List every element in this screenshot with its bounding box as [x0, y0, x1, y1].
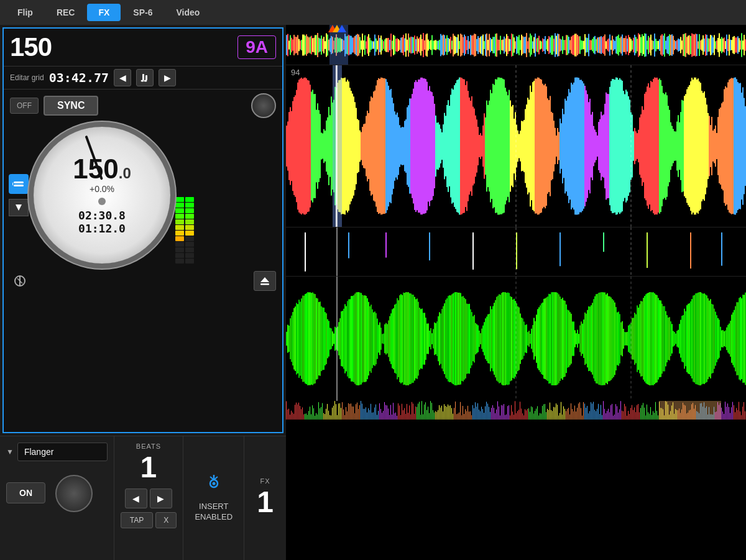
fx-insert-panel: INSERTENABLED — [183, 436, 244, 560]
svg-point-16 — [212, 482, 215, 485]
svg-marker-10 — [260, 277, 269, 282]
waveform-lower[interactable] — [286, 277, 746, 401]
sync-button[interactable]: SYNC — [44, 96, 98, 116]
waveform-cue[interactable] — [286, 227, 746, 277]
beats-next-button[interactable]: ▶ — [150, 489, 172, 508]
vu-segment — [175, 219, 184, 224]
tap-x-row: TAP X — [121, 512, 177, 528]
tab-video[interactable]: Video — [165, 4, 211, 21]
pitch-display: +0.0% — [73, 184, 131, 194]
vu-segment — [185, 214, 194, 219]
edit-grid-label: Editar grid — [10, 73, 44, 82]
insert-text: INSERTENABLED — [195, 502, 233, 523]
right-waveform-panel: 94 — [286, 25, 746, 560]
fx-name-row: ▼ Flanger — [6, 443, 108, 461]
svg-rect-5 — [14, 185, 24, 186]
fx-knob-area — [55, 475, 93, 512]
tab-rec[interactable]: REC — [45, 4, 86, 21]
vu-column — [175, 127, 184, 264]
tab-fx[interactable]: FX — [87, 4, 121, 21]
vu-segment — [175, 208, 184, 213]
waveform-main[interactable]: 94 — [286, 65, 746, 227]
tab-sp6[interactable]: SP-6 — [122, 4, 163, 21]
svg-point-3 — [144, 80, 147, 82]
beats-nav: ◀ ▶ — [121, 489, 177, 508]
fx-name-dropdown[interactable]: Flanger — [17, 443, 108, 461]
vu-meters — [175, 127, 194, 264]
turntable-inner: 150.0 +0.0% 02:30.8 01:12.0 — [73, 155, 131, 235]
key-display: 9A — [237, 35, 276, 59]
vu-segment — [175, 197, 184, 202]
deck-area: 150 9A Editar grid 03:42.77 ◀ ▶ — [2, 27, 283, 433]
svg-rect-4 — [14, 181, 24, 183]
svg-rect-11 — [260, 283, 269, 285]
scratch-icon[interactable] — [10, 271, 30, 291]
off-button[interactable]: OFF — [10, 98, 39, 114]
vu-segment — [185, 197, 194, 202]
bpm-display: 150 — [10, 32, 52, 62]
vu-segment — [185, 259, 194, 264]
vu-segment — [175, 242, 184, 247]
vu-segment — [175, 214, 184, 219]
vu-segment — [185, 225, 194, 230]
playhead-line — [336, 65, 336, 227]
turntable[interactable]: 150.0 +0.0% 02:30.8 01:12.0 — [34, 127, 170, 264]
turntable-circle: 150.0 +0.0% 02:30.8 01:12.0 — [34, 127, 170, 264]
vu-segment — [175, 253, 184, 258]
usb-icon — [204, 474, 224, 498]
note-button[interactable] — [136, 69, 154, 86]
vu-segment — [185, 247, 194, 252]
x-button[interactable]: X — [155, 512, 177, 528]
turntable-time2: 01:12.0 — [73, 222, 131, 235]
beats-prev-button[interactable]: ◀ — [125, 489, 147, 508]
fx-bottom-panel: ▼ Flanger ON BEATS 1 ◀ ▶ — [0, 436, 286, 560]
tab-bar: Flip REC FX SP-6 Video — [0, 0, 746, 25]
svg-rect-0 — [142, 74, 144, 80]
svg-marker-7 — [16, 204, 22, 211]
svg-point-2 — [141, 80, 144, 82]
fx-number-area: FX 1 — [244, 436, 286, 560]
eject-button[interactable] — [254, 271, 276, 291]
vu-segment — [175, 231, 184, 236]
vu-segment — [185, 242, 194, 247]
time-display: 03:42.77 — [49, 70, 109, 85]
turntable-center-dot — [98, 198, 106, 205]
vu-segment — [175, 203, 184, 208]
waveform-position-label: 94 — [291, 68, 300, 77]
loop-icon[interactable] — [9, 174, 29, 194]
time-prev-button[interactable]: ◀ — [114, 69, 131, 86]
left-panel: 150 9A Editar grid 03:42.77 ◀ ▶ — [0, 25, 286, 560]
beats-label: BEATS — [121, 443, 177, 450]
fx-beats-panel: BEATS 1 ◀ ▶ TAP X — [114, 436, 183, 560]
fx-on-button[interactable]: ON — [6, 482, 45, 503]
vu-segment — [175, 225, 184, 230]
down-arrow-button[interactable] — [9, 199, 29, 216]
vu-segment — [185, 231, 194, 236]
fx-number: 1 — [257, 485, 274, 519]
tab-flip[interactable]: Flip — [6, 4, 44, 21]
bpm-key-row: 150 9A — [4, 29, 282, 67]
waveform-overview[interactable] — [286, 25, 746, 65]
vu-segment — [185, 208, 194, 213]
tap-button[interactable]: TAP — [121, 512, 153, 528]
fx-left: ▼ Flanger ON — [0, 436, 114, 560]
vu-segment — [185, 219, 194, 224]
vu-segment — [185, 253, 194, 258]
vu-segment — [175, 259, 184, 264]
svg-rect-1 — [145, 75, 147, 80]
vu-segment — [185, 236, 194, 241]
vu-segment — [175, 236, 184, 241]
vu-segment — [185, 203, 194, 208]
master-knob[interactable] — [251, 93, 276, 118]
main-layout: 150 9A Editar grid 03:42.77 ◀ ▶ — [0, 25, 746, 560]
turntable-time1: 02:30.8 — [73, 209, 131, 222]
turntable-bottom — [4, 269, 282, 293]
vu-column — [185, 127, 194, 264]
svg-marker-6 — [12, 183, 13, 186]
sync-row: OFF SYNC — [4, 90, 282, 122]
fx-knob[interactable] — [55, 475, 93, 512]
time-row: Editar grid 03:42.77 ◀ ▶ — [4, 67, 282, 90]
beats-value: 1 — [121, 452, 177, 482]
waveform-mini-bottom[interactable] — [286, 401, 746, 420]
time-next-button[interactable]: ▶ — [159, 69, 176, 86]
